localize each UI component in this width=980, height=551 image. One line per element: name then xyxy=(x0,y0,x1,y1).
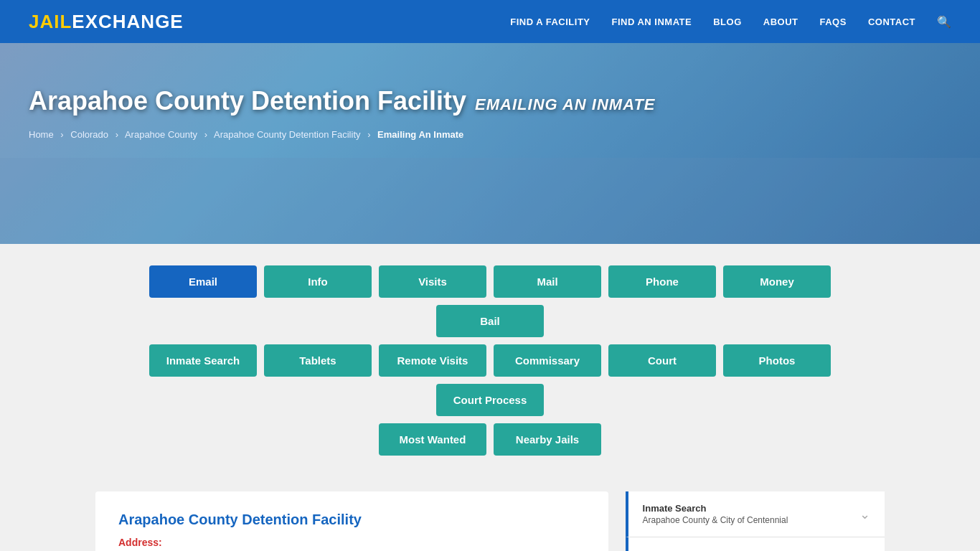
sidebar-item-1-sub: Arapahoe County & City of Centennial xyxy=(643,515,788,525)
tab-most-wanted[interactable]: Most Wanted xyxy=(379,423,486,456)
hero-section: Arapahoe County Detention Facility EMAIL… xyxy=(0,43,980,244)
breadcrumb-colorado[interactable]: Colorado xyxy=(70,129,108,140)
nav-contact[interactable]: CONTACT xyxy=(868,17,915,27)
tab-court[interactable]: Court xyxy=(608,344,716,377)
logo-exchange: EXCHANGE xyxy=(72,11,183,32)
breadcrumb-facility[interactable]: Arapahoe County Detention Facility xyxy=(214,129,361,140)
tabs-row-3: Most Wanted Nearby Jails xyxy=(95,423,885,456)
tab-inmate-search[interactable]: Inmate Search xyxy=(149,344,257,377)
site-logo[interactable]: JAILEXCHANGE xyxy=(29,11,184,33)
tabs-row-1: Email Info Visits Mail Phone Money Bail xyxy=(95,265,885,337)
tab-visits[interactable]: Visits xyxy=(379,265,486,298)
nav-find-inmate[interactable]: FIND AN INMATE xyxy=(612,17,692,27)
breadcrumb-sep-1: › xyxy=(60,129,63,140)
tabs-grid: Email Info Visits Mail Phone Money Bail … xyxy=(95,265,885,456)
tabs-section: Email Info Visits Mail Phone Money Bail … xyxy=(0,244,980,470)
tab-phone[interactable]: Phone xyxy=(608,265,716,298)
content-wrapper: Arapahoe County Detention Facility Addre… xyxy=(95,491,885,551)
chevron-down-icon: ⌄ xyxy=(859,507,870,522)
sidebar-item-1-text: Inmate Search Arapahoe County & City of … xyxy=(643,503,788,525)
breadcrumb-sep-2: › xyxy=(116,129,118,140)
sidebar: Inmate Search Arapahoe County & City of … xyxy=(626,491,885,551)
main-nav: FIND A FACILITY FIND AN INMATE BLOG ABOU… xyxy=(510,15,951,29)
page-subtitle: EMAILING AN INMATE xyxy=(475,95,655,114)
facility-title-text: Arapahoe County Detention Facility xyxy=(29,86,466,116)
tab-nearby-jails[interactable]: Nearby Jails xyxy=(494,423,601,456)
tab-court-process[interactable]: Court Process xyxy=(436,384,544,416)
search-button[interactable]: 🔍 xyxy=(937,15,951,29)
main-content: Arapahoe County Detention Facility Addre… xyxy=(0,470,980,551)
sidebar-item-2[interactable]: Inmate Search State of Colorado and Fede… xyxy=(626,537,885,551)
tab-tablets[interactable]: Tablets xyxy=(264,344,372,377)
tab-mail[interactable]: Mail xyxy=(494,265,601,298)
nav-faqs[interactable]: FAQs xyxy=(820,17,847,27)
tab-commissary[interactable]: Commissary xyxy=(494,344,601,377)
breadcrumb-current: Emailing An Inmate xyxy=(377,129,463,140)
breadcrumb: Home › Colorado › Arapahoe County › Arap… xyxy=(29,129,951,140)
facility-name: Arapahoe County Detention Facility xyxy=(118,512,585,528)
sidebar-item-1-title: Inmate Search xyxy=(643,503,788,514)
site-header: JAILEXCHANGE FIND A FACILITY FIND AN INM… xyxy=(0,0,980,43)
breadcrumb-sep-4: › xyxy=(367,129,370,140)
nav-find-facility[interactable]: FIND A FACILITY xyxy=(510,17,590,27)
tab-info[interactable]: Info xyxy=(264,265,372,298)
breadcrumb-sep-3: › xyxy=(204,129,207,140)
sidebar-item-1[interactable]: Inmate Search Arapahoe County & City of … xyxy=(626,491,885,537)
tab-money[interactable]: Money xyxy=(723,265,831,298)
address-label: Address: xyxy=(118,537,585,548)
tab-remote-visits[interactable]: Remote Visits xyxy=(379,344,486,377)
hero-content: Arapahoe County Detention Facility EMAIL… xyxy=(0,43,980,154)
nav-blog[interactable]: BLOG xyxy=(713,17,742,27)
breadcrumb-arapahoe-county[interactable]: Arapahoe County xyxy=(125,129,197,140)
logo-jail: JAIL xyxy=(29,11,72,32)
breadcrumb-home[interactable]: Home xyxy=(29,129,54,140)
tabs-row-2: Inmate Search Tablets Remote Visits Comm… xyxy=(95,344,885,416)
tab-photos[interactable]: Photos xyxy=(723,344,831,377)
facility-card: Arapahoe County Detention Facility Addre… xyxy=(95,491,608,551)
tab-bail[interactable]: Bail xyxy=(436,305,544,337)
tab-email[interactable]: Email xyxy=(149,265,257,298)
nav-about[interactable]: ABOUT xyxy=(763,17,798,27)
page-title: Arapahoe County Detention Facility EMAIL… xyxy=(29,86,951,116)
hero-building-bg xyxy=(0,158,980,244)
